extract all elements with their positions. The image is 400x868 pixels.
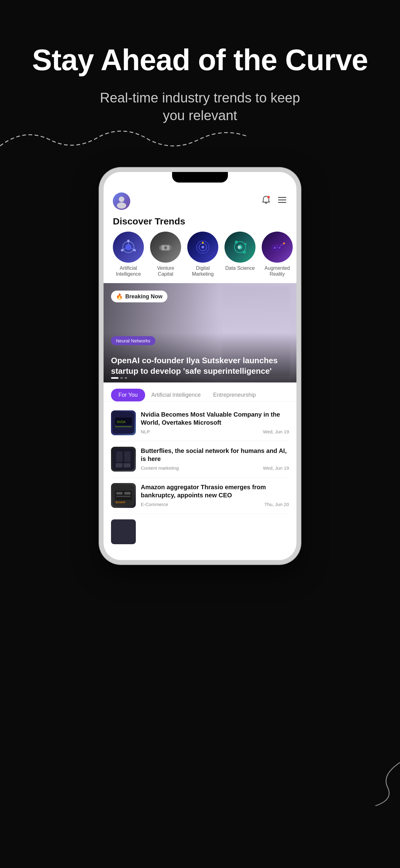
tab-ai[interactable]: Artificial Intelligence [145,389,207,401]
svg-point-8 [125,244,131,250]
svg-point-10 [121,249,124,251]
notification-icon[interactable] [261,195,271,207]
svg-point-36 [273,247,276,249]
menu-icon[interactable] [277,195,287,207]
header-icons [261,195,287,207]
tab-entrepreneurship[interactable]: Entrepreneurship [207,389,262,401]
svg-point-9 [127,240,130,242]
news-title-butterfly: Butterflies, the social network for huma… [141,447,289,463]
svg-point-1 [119,196,124,202]
news-content-nvidia: Nvidia Becomes Most Valuable Company in … [141,410,289,434]
news-item-amazon[interactable]: BANKR Amazon aggregator Thrasio emerges … [111,477,289,514]
trend-circle-dm [187,231,218,262]
phone-frame: Discover Trends [99,168,301,564]
breaking-title: OpenAI co-founder Ilya Sutskever launche… [111,355,289,377]
svg-point-11 [133,249,136,251]
trend-item-dm[interactable]: Digital Marketing [187,231,218,277]
svg-rect-51 [116,492,123,495]
breaking-badge: 🔥 Breaking Now [111,290,167,302]
hero-section: Stay Ahead of the Curve Real-time indust… [0,0,400,161]
svg-line-13 [124,248,125,250]
dot-inactive-2 [125,377,127,379]
fire-icon: 🔥 [116,293,123,300]
trend-label-ar: Augmented Reality [262,265,293,277]
svg-rect-41 [115,426,132,427]
svg-rect-55 [112,521,134,542]
phone-notch [172,172,228,183]
app-header [104,187,296,213]
svg-point-2 [117,203,126,209]
news-tabs: For You Artificial Intelligence Entrepre… [104,382,296,402]
svg-point-3 [267,196,270,198]
discover-trends-title: Discover Trends [104,213,296,231]
svg-text:BANKR: BANKR [116,501,126,504]
svg-point-37 [278,247,281,249]
news-title-amazon: Amazon aggregator Thrasio emerges from b… [141,483,289,499]
news-meta-nvidia: NLP Wed, Jun 19 [141,429,289,434]
trend-item-ar[interactable]: Augmented Reality [262,231,293,277]
phone-wrapper: Discover Trends [0,161,400,583]
news-content-amazon: Amazon aggregator Thrasio emerges from b… [141,483,289,507]
bottom-wave-right [363,756,400,806]
dot-active [111,377,119,379]
trend-item-ai[interactable]: Artificial Intelligence [113,231,144,277]
app-content: Discover Trends [104,187,296,560]
svg-point-30 [244,243,247,245]
news-meta-amazon: E-Commerce Thu, Jun 20 [141,502,289,507]
decorative-wave [0,121,400,158]
breaking-text: Breaking Now [125,293,163,300]
svg-rect-48 [124,463,131,468]
svg-point-17 [164,246,167,249]
svg-rect-46 [124,452,131,462]
svg-line-14 [131,248,133,250]
news-content-butterfly: Butterflies, the social network for huma… [141,447,289,471]
trend-item-ds[interactable]: ⚙ Data Science [225,231,256,277]
svg-text:⚙: ⚙ [237,245,241,250]
hero-subtitle: Real-time industry trends to keep you re… [92,89,308,124]
trend-label-ds: Data Science [225,265,255,271]
svg-point-25 [202,242,204,244]
neural-badge: Neural Networks [111,336,155,345]
svg-rect-45 [116,452,123,462]
news-item-partial [111,514,289,547]
trend-label-ai: Artificial Intelligence [113,265,144,277]
svg-rect-47 [116,463,123,468]
news-thumbnail-partial [111,519,136,544]
news-date-nvidia: Wed, Jun 19 [263,429,289,434]
news-item-nvidia[interactable]: NVIDA NVDA Nvidia Becomes Most Valuable … [111,405,289,441]
trend-circle-ai [113,231,144,262]
svg-rect-52 [124,492,131,495]
avatar[interactable] [113,192,130,210]
news-date-amazon: Thu, Jun 20 [265,502,289,507]
trend-circle-ar [262,231,293,262]
trend-circle-vc [150,231,181,262]
news-tag-nvidia: NLP [141,429,150,434]
svg-point-38 [283,243,285,244]
trend-circle-ds: ⚙ [225,231,256,262]
news-date-butterfly: Wed, Jun 19 [263,465,289,471]
trends-scroll[interactable]: Artificial Intelligence [104,231,296,283]
breaking-banner[interactable]: 🔥 Breaking Now Neural Networks OpenAI co… [104,283,296,382]
svg-rect-19 [169,246,172,250]
news-thumbnail-nvidia: NVIDA NVDA [111,410,136,435]
trend-item-vc[interactable]: Venture Capital [150,231,181,277]
tab-for-you[interactable]: For You [111,389,145,401]
svg-point-31 [243,251,246,254]
news-thumbnail-butterfly [111,447,136,471]
dot-inactive-1 [120,377,123,379]
svg-text:NVDA: NVDA [117,420,126,424]
svg-rect-18 [159,246,162,250]
banner-dots [111,377,127,379]
news-title-nvidia: Nvidia Becomes Most Valuable Company in … [141,410,289,427]
phone-screen: Discover Trends [104,172,296,560]
hero-title: Stay Ahead of the Curve [25,43,375,76]
news-tag-amazon: E-Commerce [141,502,168,507]
news-item-butterfly[interactable]: Butterflies, the social network for huma… [111,441,289,477]
trend-label-dm: Digital Marketing [187,265,218,277]
news-list: NVIDA NVDA Nvidia Becomes Most Valuable … [104,402,296,550]
news-meta-butterfly: Content marketing Wed, Jun 19 [141,465,289,471]
svg-point-29 [235,241,238,244]
news-thumbnail-amazon: BANKR [111,483,136,508]
trend-label-vc: Venture Capital [150,265,181,277]
news-tag-butterfly: Content marketing [141,465,179,471]
